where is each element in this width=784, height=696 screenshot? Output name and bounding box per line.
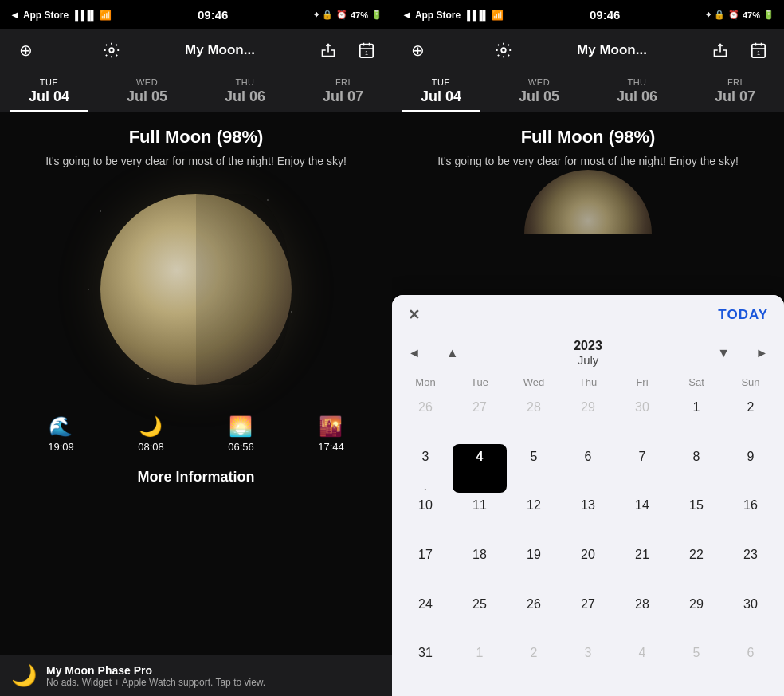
cal-cell-21[interactable]: 21 <box>615 542 669 592</box>
left-right-status: ⌖ 🔒 ⏰ 47% 🔋 <box>314 10 382 20</box>
cal-cell-10[interactable]: 10 <box>398 493 453 542</box>
left-tab-tue[interactable]: TUE Jul 04 <box>0 71 98 112</box>
left-sunset-value: 17:44 <box>318 441 344 453</box>
cal-cell-25[interactable]: 25 <box>453 592 507 641</box>
calendar-nav-row: ◄ ▲ 2023 July ▼ ► <box>392 332 784 370</box>
left-calendar-icon[interactable]: 1 <box>354 37 379 63</box>
cal-cell-7[interactable]: 7 <box>615 444 669 493</box>
left-back-arrow: ◄ <box>10 9 20 21</box>
cal-cell-6-next[interactable]: 6 <box>723 640 778 690</box>
left-tab-wed[interactable]: WED Jul 05 <box>98 71 196 112</box>
left-tab-thu[interactable]: THU Jul 06 <box>196 71 294 112</box>
left-banner-subtitle: No ads. Widget + Apple Watch support. Ta… <box>46 677 265 688</box>
cal-cell-8[interactable]: 8 <box>669 444 723 493</box>
cal-cell-12[interactable]: 12 <box>507 493 561 542</box>
right-tab-thu-date: Jul 06 <box>591 88 683 105</box>
left-moon-circle <box>100 194 292 385</box>
cal-cell-28-prev[interactable]: 28 <box>507 395 561 444</box>
right-battery-icon: 🔋 <box>763 10 774 20</box>
cal-cell-4-selected[interactable]: 4 <box>453 444 507 493</box>
left-tab-thu-date: Jul 06 <box>199 88 291 105</box>
right-signal-icon: ▐▐▐▌ <box>464 10 488 20</box>
calendar-next-year-button[interactable]: ► <box>749 343 774 364</box>
cal-cell-30-prev[interactable]: 30 <box>615 395 669 444</box>
right-crosshair-icon[interactable]: ⊕ <box>405 37 430 63</box>
left-crosshair-icon[interactable]: ⊕ <box>13 37 38 63</box>
left-banner-title: My Moon Phase Pro <box>46 664 265 677</box>
calendar-prev-month-button[interactable]: ▲ <box>440 343 465 364</box>
cal-cell-3[interactable]: 3 <box>398 444 453 493</box>
calendar-next-month-button[interactable]: ▼ <box>711 343 736 364</box>
left-location-icon: ⌖ <box>314 10 319 20</box>
cal-cell-5-next[interactable]: 5 <box>669 640 723 690</box>
left-more-info[interactable]: More Information <box>138 469 255 486</box>
cal-cell-19[interactable]: 19 <box>507 542 561 592</box>
left-alarm-icon: ⏰ <box>336 10 347 20</box>
right-tab-tue-day: TUE <box>395 77 487 87</box>
cal-cell-24[interactable]: 24 <box>398 592 453 641</box>
right-settings-icon[interactable] <box>491 37 516 63</box>
cal-cell-9[interactable]: 9 <box>723 444 778 493</box>
right-tab-thu[interactable]: THU Jul 06 <box>588 71 686 112</box>
cal-cell-29-prev[interactable]: 29 <box>561 395 615 444</box>
left-share-icon[interactable] <box>316 37 341 63</box>
right-tab-wed[interactable]: WED Jul 05 <box>490 71 588 112</box>
right-status-bar: ◄ App Store ▐▐▐▌ 📶 09:46 ⌖ 🔒 ⏰ 47% 🔋 <box>392 0 784 29</box>
right-top-nav: ⊕ My Moon... 1 <box>392 29 784 71</box>
cal-cell-18[interactable]: 18 <box>453 542 507 592</box>
cal-cell-4-next[interactable]: 4 <box>615 640 669 690</box>
calendar-close-button[interactable]: ✕ <box>408 306 420 324</box>
right-share-icon[interactable] <box>708 37 733 63</box>
calendar-grid: 26 27 28 29 30 1 2 3 4 5 6 7 8 9 10 11 1… <box>392 395 784 696</box>
left-moon-title: Full Moon (98%) <box>129 127 264 147</box>
right-tab-wed-day: WED <box>493 77 585 87</box>
left-tab-wed-date: Jul 05 <box>101 88 193 105</box>
cal-cell-16[interactable]: 16 <box>723 493 778 542</box>
right-time: 09:46 <box>590 8 620 22</box>
cal-cell-26-prev[interactable]: 26 <box>398 395 453 444</box>
calendar-overlay: ✕ TODAY ◄ ▲ 2023 July ▼ ► Mon Tue Wed Th… <box>392 295 784 696</box>
cal-cell-29[interactable]: 29 <box>669 592 723 641</box>
cal-cell-17[interactable]: 17 <box>398 542 453 592</box>
cal-cell-1-next[interactable]: 1 <box>453 640 507 690</box>
calendar-year: 2023 <box>478 339 699 353</box>
cal-cell-1[interactable]: 1 <box>669 395 723 444</box>
calendar-header: ✕ TODAY <box>392 295 784 332</box>
cal-cell-30[interactable]: 30 <box>723 592 778 641</box>
left-wifi-icon: 📶 <box>100 10 112 21</box>
cal-cell-6[interactable]: 6 <box>561 444 615 493</box>
cal-cell-3-next[interactable]: 3 <box>561 640 615 690</box>
cal-cell-5[interactable]: 5 <box>507 444 561 493</box>
right-back-arrow: ◄ <box>402 9 412 21</box>
cal-cell-28[interactable]: 28 <box>615 592 669 641</box>
left-settings-icon[interactable] <box>99 37 124 63</box>
cal-cell-27[interactable]: 27 <box>561 592 615 641</box>
calendar-prev-year-button[interactable]: ◄ <box>402 343 427 364</box>
cal-cell-15[interactable]: 15 <box>669 493 723 542</box>
left-panel: ◄ App Store ▐▐▐▌ 📶 09:46 ⌖ 🔒 ⏰ 47% 🔋 ⊕ M… <box>0 0 392 696</box>
cal-cell-26[interactable]: 26 <box>507 592 561 641</box>
left-bottom-banner[interactable]: 🌙 My Moon Phase Pro No ads. Widget + App… <box>0 655 392 696</box>
right-tab-fri[interactable]: FRI Jul 07 <box>686 71 784 112</box>
cal-cell-22[interactable]: 22 <box>669 542 723 592</box>
left-tab-wed-day: WED <box>101 77 193 87</box>
left-battery-icon: 🔋 <box>371 10 382 20</box>
right-tab-tue[interactable]: TUE Jul 04 <box>392 71 490 112</box>
cal-cell-13[interactable]: 13 <box>561 493 615 542</box>
cal-cell-11[interactable]: 11 <box>453 493 507 542</box>
cal-cell-2[interactable]: 2 <box>723 395 778 444</box>
cal-cell-20[interactable]: 20 <box>561 542 615 592</box>
right-location-icon: ⌖ <box>706 10 711 20</box>
cal-header-mon: Mon <box>398 373 453 391</box>
right-wifi-icon: 📶 <box>492 10 504 21</box>
cal-cell-23[interactable]: 23 <box>723 542 778 592</box>
cal-cell-27-prev[interactable]: 27 <box>453 395 507 444</box>
right-calendar-icon[interactable]: 1 <box>746 37 771 63</box>
cal-cell-31[interactable]: 31 <box>398 640 453 690</box>
left-lock-icon: 🔒 <box>322 10 333 20</box>
left-moon-subtitle: It's going to be very clear for most of … <box>22 154 370 170</box>
calendar-today-button[interactable]: TODAY <box>718 307 768 323</box>
cal-cell-2-next[interactable]: 2 <box>507 640 561 690</box>
left-tab-fri[interactable]: FRI Jul 07 <box>294 71 392 112</box>
cal-cell-14[interactable]: 14 <box>615 493 669 542</box>
